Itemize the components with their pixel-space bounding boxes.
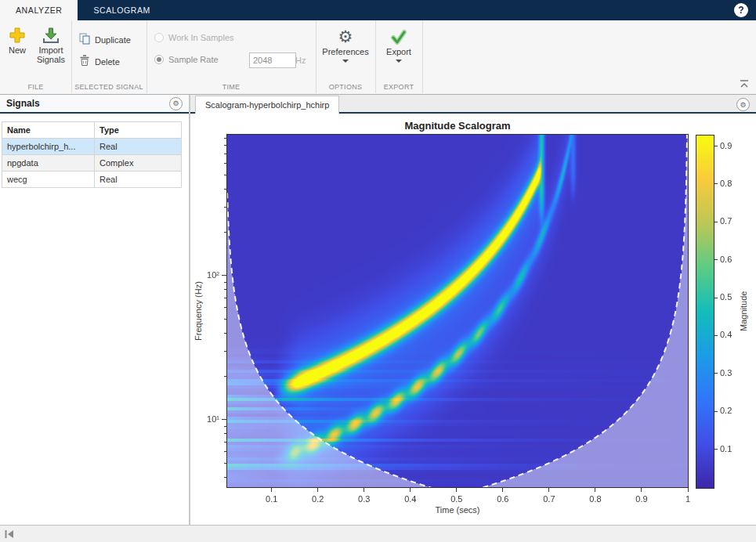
table-row[interactable]: hyperbolchirp_h... Real [2,139,182,155]
table-row[interactable]: npgdata Complex [2,155,182,172]
plus-icon [9,25,26,45]
import-signals-button[interactable]: Import Signals [33,25,69,64]
tab-analyzer[interactable]: ANALYZER [0,0,78,20]
radio-icon [154,33,164,42]
preferences-button[interactable]: Preferences [319,27,372,63]
colorbar [696,135,714,489]
tab-analyzer-label: ANALYZER [16,5,62,15]
axis-tick [688,488,689,492]
signals-panel-title: Signals [6,98,40,109]
axis-tick-label: 0.6 [490,494,515,504]
sample-rate-label: Sample Rate [168,55,219,64]
signal-type: Complex [95,155,182,172]
collapse-left-panel-button[interactable] [4,529,14,539]
axis-tick [271,488,272,492]
axis-tick [548,488,549,492]
axis-tick [317,488,318,492]
work-in-samples-radio[interactable]: Work In Samples [154,33,234,42]
help-button[interactable]: ? [734,3,748,17]
axis-tick [714,183,718,184]
axis-tick [502,488,503,492]
axis-tick-label: 0.8 [583,494,608,504]
collapse-toolstrip-button[interactable] [739,79,750,90]
axis-tick [714,411,718,412]
export-button[interactable]: Export [380,27,418,63]
axis-tick [714,222,718,222]
signals-panel: Signals Name Type hyperbolchirp_h... Rea… [0,95,189,525]
scalogram-document-tab[interactable]: Scalogram-hyperbolchirp_hchirp [195,96,339,114]
import-button-label-2: Signals [37,55,65,64]
new-button-label: New [9,45,26,55]
document-tab-bar: Scalogram-hyperbolchirp_hchirp [190,95,756,114]
table-row[interactable]: wecg Real [2,172,182,188]
sample-rate-unit: Hz [295,56,306,65]
signals-panel-settings-button[interactable] [169,97,183,110]
signals-panel-header: Signals [0,95,189,114]
signal-name: hyperbolchirp_h... [2,139,95,155]
sample-rate-radio[interactable]: Sample Rate [154,55,219,64]
signal-type: Real [95,139,182,155]
signal-type: Real [95,172,182,188]
toolstrip-section-time: Work In Samples Sample Rate Hz TIME [146,20,317,93]
axis-tick-label: 0.9 [629,494,654,504]
toolstrip-section-export: Export EXPORT [375,20,423,93]
scalogram-chart-area: Magnitude Scalogram Frequency (Hz) Time … [190,114,756,525]
tab-scalogram[interactable]: SCALOGRAM [78,0,166,20]
chevron-down-icon [342,60,349,63]
scalogram-panel-settings-button[interactable] [736,98,750,111]
section-label-time: TIME [146,83,316,91]
wavelet-analyzer-app: ANALYZER SCALOGRAM ? New Import Signals … [0,0,756,542]
axis-tick-label: 0.3 [352,494,377,504]
axis-tick-label: 0.5 [444,494,469,504]
triangle-left-to-bar-icon [4,529,14,539]
delete-button-label: Delete [95,57,120,67]
new-button[interactable]: New [3,25,31,55]
trash-icon [79,55,90,68]
colorbar-label: Magnitude [739,135,748,487]
import-button-label-1: Import [38,45,63,55]
axis-tick [714,298,718,298]
section-label-export: EXPORT [375,83,422,91]
toolstrip-section-options: Preferences OPTIONS [316,20,376,93]
y-axis-label: Frequency (Hz) [194,135,203,487]
axis-tick [714,373,718,374]
section-label-file: FILE [0,83,71,91]
section-label-options: OPTIONS [316,83,375,91]
duplicate-button[interactable]: Duplicate [79,33,131,46]
copy-icon [79,33,90,46]
toolstrip-section-selected-signal: Duplicate Delete SELECTED SIGNAL [71,20,147,93]
radio-icon [154,55,164,64]
axis-tick [595,488,595,492]
axis-tick [714,449,718,450]
axis-tick [456,488,457,492]
delete-button[interactable]: Delete [79,55,120,68]
axis-tick [364,488,364,492]
section-label-selected-signal: SELECTED SIGNAL [71,83,146,91]
preferences-button-label: Preferences [322,47,368,56]
chart-title: Magnitude Scalogram [227,120,688,132]
axis-tick-label: 0.7 [537,494,562,504]
app-tab-bar: ANALYZER SCALOGRAM ? [0,0,756,20]
axis-tick-label: 1 [675,494,700,504]
axis-tick [641,488,642,492]
scalogram-heatmap[interactable] [227,135,688,487]
duplicate-button-label: Duplicate [95,35,131,45]
tab-scalogram-label: SCALOGRAM [93,5,150,15]
checkmark-icon [390,27,407,47]
axis-tick-label: 0.4 [398,494,423,504]
status-bar [0,525,756,542]
axis-tick [714,259,718,260]
axis-tick [410,488,411,492]
signals-table-header-row: Name Type [2,122,182,139]
sample-rate-input[interactable] [249,52,296,68]
question-icon: ? [738,5,743,16]
toolstrip: New Import Signals FILE Duplicate [0,20,756,95]
scalogram-document-tab-label: Scalogram-hyperbolchirp_hchirp [205,100,329,110]
work-in-samples-label: Work In Samples [168,33,234,42]
column-header-name[interactable]: Name [2,122,95,139]
axis-tick [714,146,718,146]
axis-tick-label: 0.1 [259,494,284,504]
chevron-down-icon [396,60,402,63]
column-header-type[interactable]: Type [95,122,182,139]
signal-name: wecg [2,172,95,188]
